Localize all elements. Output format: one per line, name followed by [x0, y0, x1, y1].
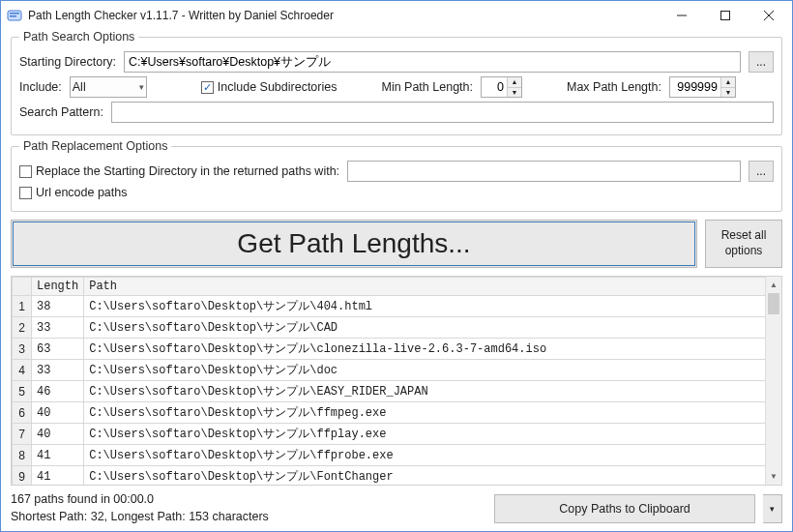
- replace-with-input[interactable]: [347, 161, 741, 182]
- path-replacement-options: Path Replacement Options Replace the Sta…: [11, 139, 782, 212]
- status-text: 167 paths found in 00:00.0 Shortest Path…: [11, 491, 486, 525]
- spinner-up-icon[interactable]: ▲: [508, 77, 521, 88]
- urlencode-label: Url encode paths: [36, 186, 128, 199]
- col-path[interactable]: Path: [84, 278, 781, 296]
- copy-paths-dropdown[interactable]: ▾: [763, 494, 782, 523]
- cell-length: 40: [32, 424, 84, 445]
- table-row[interactable]: 941C:\Users\softaro\Desktop\サンプル\FontCha…: [13, 466, 781, 487]
- svg-rect-4: [720, 12, 729, 20]
- window-title: Path Length Checker v1.11.7 - Written by…: [28, 9, 660, 22]
- get-path-lengths-button[interactable]: Get Path Lengths...: [11, 220, 697, 268]
- cell-length: 33: [32, 317, 84, 339]
- starting-dir-label: Starting Directory:: [19, 55, 116, 69]
- maximize-button[interactable]: [703, 2, 747, 29]
- spinner-down-icon[interactable]: ▼: [721, 88, 735, 98]
- cell-path: C:\Users\softaro\Desktop\サンプル\ffmpeg.exe: [84, 402, 781, 424]
- browse-replace-button[interactable]: ...: [749, 161, 774, 182]
- starting-dir-input[interactable]: [124, 51, 741, 73]
- table-row[interactable]: 233C:\Users\softaro\Desktop\サンプル\CAD: [13, 317, 781, 339]
- include-select[interactable]: All ▾: [70, 76, 147, 98]
- cell-path: C:\Users\softaro\Desktop\サンプル\clonezilla…: [84, 339, 781, 360]
- max-path-input[interactable]: [670, 77, 720, 97]
- spinner-down-icon[interactable]: ▼: [508, 88, 521, 98]
- row-number: 3: [13, 339, 32, 360]
- include-label: Include:: [19, 80, 62, 94]
- cell-path: C:\Users\softaro\Desktop\サンプル\CAD: [84, 317, 781, 339]
- table-header-row: Length Path: [13, 278, 781, 296]
- chevron-down-icon: ▾: [770, 504, 775, 514]
- cell-path: C:\Users\softaro\Desktop\サンプル\doc: [84, 360, 781, 381]
- scroll-up-icon[interactable]: ▲: [766, 277, 781, 293]
- table-row[interactable]: 640C:\Users\softaro\Desktop\サンプル\ffmpeg.…: [13, 402, 781, 424]
- replacement-legend: Path Replacement Options: [19, 139, 171, 153]
- cell-path: C:\Users\softaro\Desktop\サンプル\ffprobe.ex…: [84, 445, 781, 466]
- app-window: Path Length Checker v1.11.7 - Written by…: [0, 0, 793, 532]
- table-row[interactable]: 433C:\Users\softaro\Desktop\サンプル\doc: [13, 360, 781, 381]
- copy-paths-button[interactable]: Copy Paths to Clipboard: [494, 494, 755, 523]
- search-legend: Path Search Options: [19, 30, 138, 44]
- minimize-button[interactable]: [660, 2, 703, 29]
- window-controls: [660, 2, 790, 29]
- row-number: 6: [13, 402, 32, 424]
- checkbox-icon: [19, 187, 32, 199]
- cell-length: 41: [32, 445, 84, 466]
- status-line1: 167 paths found in 00:00.0: [11, 491, 486, 509]
- row-number: 5: [13, 381, 32, 402]
- cell-length: 41: [32, 466, 84, 487]
- table-row[interactable]: 363C:\Users\softaro\Desktop\サンプル\clonezi…: [13, 339, 781, 360]
- path-search-options: Path Search Options Starting Directory: …: [11, 30, 782, 135]
- max-path-label: Max Path Length:: [567, 80, 661, 94]
- cell-path: C:\Users\softaro\Desktop\サンプル\ffplay.exe: [84, 424, 781, 445]
- spinner-up-icon[interactable]: ▲: [721, 77, 735, 88]
- results-table-wrap: Length Path 138C:\Users\softaro\Desktop\…: [11, 276, 782, 486]
- results-table: Length Path 138C:\Users\softaro\Desktop\…: [12, 277, 781, 486]
- scroll-thumb[interactable]: [768, 293, 779, 314]
- replace-start-checkbox[interactable]: Replace the Starting Directory in the re…: [19, 164, 339, 178]
- checkbox-icon: [19, 165, 32, 178]
- replace-start-label: Replace the Starting Directory in the re…: [36, 164, 339, 178]
- scroll-down-icon[interactable]: ▼: [766, 468, 781, 485]
- table-row[interactable]: 841C:\Users\softaro\Desktop\サンプル\ffprobe…: [13, 445, 781, 466]
- table-scrollbar[interactable]: ▲ ▼: [765, 277, 781, 485]
- svg-rect-1: [10, 13, 19, 15]
- row-number: 2: [13, 317, 32, 339]
- row-number: 4: [13, 360, 32, 381]
- min-path-spinner[interactable]: ▲▼: [481, 76, 522, 98]
- scroll-track[interactable]: [766, 293, 781, 468]
- cell-length: 33: [32, 360, 84, 381]
- min-path-input[interactable]: [482, 77, 507, 97]
- cell-path: C:\Users\softaro\Desktop\サンプル\404.html: [84, 296, 781, 317]
- row-number: 8: [13, 445, 32, 466]
- cell-length: 46: [32, 381, 84, 402]
- col-length[interactable]: Length: [32, 278, 84, 296]
- row-number: 7: [13, 424, 32, 445]
- close-button[interactable]: [747, 2, 790, 29]
- table-row[interactable]: 740C:\Users\softaro\Desktop\サンプル\ffplay.…: [13, 424, 781, 445]
- svg-rect-2: [10, 15, 16, 17]
- max-path-spinner[interactable]: ▲▼: [669, 76, 736, 98]
- cell-length: 63: [32, 339, 84, 360]
- cell-length: 40: [32, 402, 84, 424]
- status-line2: Shortest Path: 32, Longest Path: 153 cha…: [11, 509, 486, 526]
- status-row: 167 paths found in 00:00.0 Shortest Path…: [11, 491, 782, 525]
- table-row[interactable]: 546C:\Users\softaro\Desktop\サンプル\EASY_RI…: [13, 381, 781, 402]
- action-row: Get Path Lengths... Reset all options: [11, 220, 782, 268]
- reset-options-button[interactable]: Reset all options: [705, 220, 782, 268]
- include-value: All: [73, 80, 86, 94]
- row-number: 9: [13, 466, 32, 487]
- app-icon: [7, 8, 22, 23]
- browse-dir-button[interactable]: ...: [749, 51, 774, 73]
- titlebar: Path Length Checker v1.11.7 - Written by…: [1, 1, 792, 30]
- include-subdirs-checkbox[interactable]: Include Subdirectories: [201, 80, 338, 94]
- content-area: Path Search Options Starting Directory: …: [1, 30, 792, 531]
- chevron-down-icon: ▾: [139, 82, 144, 92]
- row-corner: [13, 278, 32, 296]
- min-path-label: Min Path Length:: [381, 80, 473, 94]
- cell-path: C:\Users\softaro\Desktop\サンプル\FontChange…: [84, 466, 781, 487]
- cell-path: C:\Users\softaro\Desktop\サンプル\EASY_RIDER…: [84, 381, 781, 402]
- table-row[interactable]: 138C:\Users\softaro\Desktop\サンプル\404.htm…: [13, 296, 781, 317]
- cell-length: 38: [32, 296, 84, 317]
- search-pattern-input[interactable]: [111, 102, 774, 123]
- row-number: 1: [13, 296, 32, 317]
- urlencode-checkbox[interactable]: Url encode paths: [19, 186, 128, 199]
